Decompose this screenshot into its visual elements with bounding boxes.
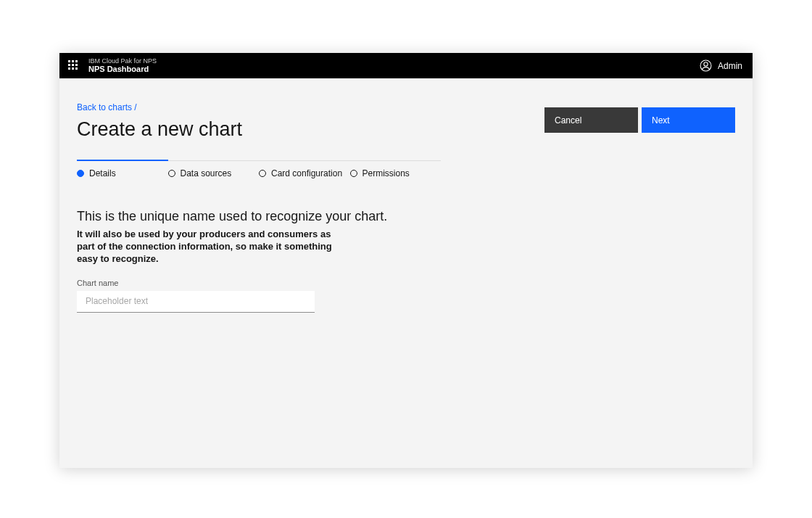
step-indicator-icon bbox=[350, 170, 357, 177]
step-label: Card configuration bbox=[271, 168, 342, 178]
section-subheading: It will also be used by your producers a… bbox=[77, 229, 345, 266]
user-menu[interactable]: Admin bbox=[700, 59, 742, 72]
step-details[interactable]: Details bbox=[77, 160, 168, 178]
main-content: Back to charts / Create a new chart Canc… bbox=[59, 78, 753, 313]
chart-name-label: Chart name bbox=[77, 279, 735, 287]
step-label: Data sources bbox=[181, 168, 232, 178]
user-avatar-icon bbox=[700, 59, 712, 72]
breadcrumb-back-link[interactable]: Back to charts / bbox=[77, 102, 137, 112]
product-line-label: IBM Cloud Pak for NPS bbox=[88, 58, 157, 65]
progress-stepper: Details Data sources Card configuration … bbox=[77, 160, 441, 178]
user-name-label: Admin bbox=[718, 61, 742, 71]
action-buttons: Cancel Next bbox=[544, 107, 735, 133]
step-indicator-icon bbox=[77, 170, 84, 177]
chart-name-input[interactable] bbox=[77, 291, 315, 313]
step-data-sources[interactable]: Data sources bbox=[168, 160, 260, 178]
app-switcher-icon[interactable] bbox=[68, 60, 80, 72]
svg-point-1 bbox=[704, 62, 708, 66]
step-card-configuration[interactable]: Card configuration bbox=[259, 160, 350, 178]
section-heading: This is the unique name used to recogniz… bbox=[77, 209, 735, 224]
top-bar: IBM Cloud Pak for NPS NPS Dashboard Admi… bbox=[59, 53, 753, 78]
product-title-block: IBM Cloud Pak for NPS NPS Dashboard bbox=[88, 58, 157, 74]
app-window: IBM Cloud Pak for NPS NPS Dashboard Admi… bbox=[59, 53, 753, 468]
step-label: Permissions bbox=[362, 168, 410, 178]
step-indicator-icon bbox=[168, 170, 175, 177]
step-permissions[interactable]: Permissions bbox=[350, 160, 442, 178]
cancel-button[interactable]: Cancel bbox=[544, 107, 638, 133]
step-label: Details bbox=[89, 168, 116, 178]
product-name-label: NPS Dashboard bbox=[88, 65, 157, 73]
next-button[interactable]: Next bbox=[642, 107, 735, 133]
step-indicator-icon bbox=[259, 170, 266, 177]
